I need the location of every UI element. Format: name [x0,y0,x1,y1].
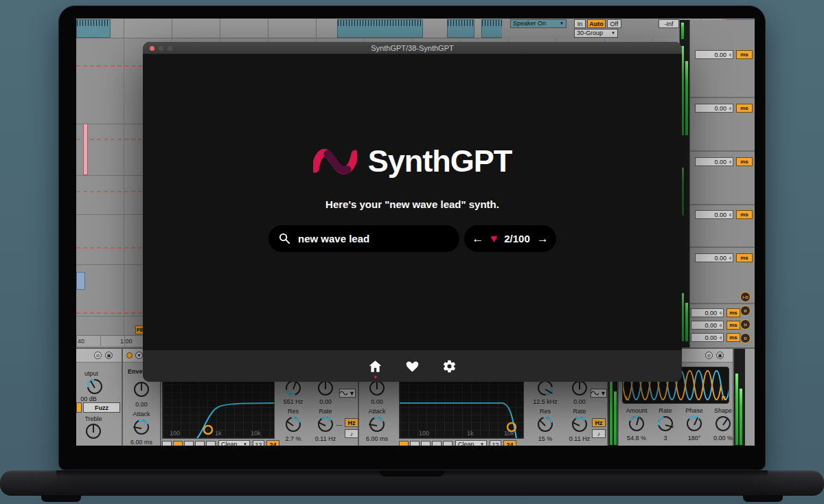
ms-unit-button[interactable]: ms [736,50,753,59]
filter-type-bandpass[interactable] [184,441,194,446]
amount-knob[interactable] [629,416,644,431]
mixer-section-button[interactable]: H [740,319,751,330]
envelope-amount-value[interactable]: 0.00 [123,401,160,408]
rate-hz-button[interactable]: Hz [592,418,606,427]
envelope-amount-knob[interactable] [134,382,149,397]
spinner-icon[interactable] [729,256,731,260]
attack-knob[interactable] [134,420,149,435]
rate-hz-button[interactable]: Hz [345,418,358,427]
ms-unit-button[interactable]: ms [736,157,753,166]
speaker-output-dropdown[interactable]: Speaker On▼ [510,19,566,28]
delay-value-field[interactable]: 0.00 [695,50,733,59]
favorite-heart-icon[interactable]: ♥ [490,233,497,244]
rate-sync-button[interactable]: ♪ [345,429,358,438]
amount-value[interactable]: 54.8 % [621,435,652,442]
io-section-button[interactable]: I-O [740,292,751,302]
ms-unit-button[interactable]: ms [736,253,753,262]
delay-value-field[interactable]: 0.00 [695,210,733,219]
circuit-dropdown[interactable]: Clean▼ [218,440,250,446]
hot-swap-icon[interactable]: ⊘ [705,352,713,359]
delay-value-field[interactable]: 0.00 [695,104,733,113]
lfo-wave-dropdown[interactable]: ▼ [339,389,356,398]
phase-knob[interactable] [687,416,702,431]
ms-unit-button[interactable]: ms [736,210,753,219]
ms-unit-button[interactable]: ms [726,333,740,342]
midi-clip[interactable] [76,19,111,38]
res-value[interactable]: 15 % [527,435,563,442]
monitor-off-button[interactable]: Off [607,19,621,28]
filter-type-highpass[interactable] [410,441,420,446]
zoom-button[interactable] [168,46,172,51]
audio-clip[interactable] [76,272,85,290]
delay-section-button[interactable]: D [740,333,751,343]
favorites-tab[interactable] [405,358,420,374]
monitor-auto-button[interactable]: Auto [587,19,606,28]
save-preset-icon[interactable]: ▣ [105,352,113,359]
spinner-icon[interactable] [729,213,731,217]
group-dropdown[interactable]: 30-Group▼ [574,29,618,38]
delay-value-field[interactable]: 0.00 [691,333,724,342]
spinner-icon[interactable] [719,311,722,315]
device-header[interactable]: ⊘ ▣ [76,349,122,363]
filter-type-highpass[interactable] [173,441,183,446]
filter-type-morph[interactable] [206,441,216,446]
window-titlebar[interactable]: SynthGPT/38-SynthGPT [143,42,682,54]
delay-value-field[interactable]: 0.00 [691,321,724,330]
attack-knob[interactable] [369,417,385,432]
rate-knob[interactable] [658,416,673,431]
previous-preset-button[interactable]: ← [472,233,483,244]
spinner-icon[interactable] [719,336,722,340]
rate-value[interactable]: 3 [652,435,679,442]
output-value[interactable]: 00 dB [76,396,104,402]
midi-clip[interactable] [337,19,423,38]
slope-24-button[interactable]: 24 [503,440,516,446]
attack-value[interactable]: 6.00 ms [360,435,394,442]
ms-unit-button[interactable]: ms [726,308,740,317]
settings-tab[interactable] [442,358,457,374]
filter-display[interactable]: 100 1k 10k [399,380,524,439]
delay-value-field[interactable]: 0.00 [691,308,724,317]
res-knob[interactable] [538,417,553,432]
env2-amount-knob[interactable] [369,380,385,396]
slope-12-button[interactable]: 12 [490,440,501,446]
ms-unit-button[interactable]: ms [726,321,740,330]
spinner-icon[interactable] [719,323,722,328]
filter-type-bandpass[interactable] [421,441,431,446]
circuit-dropdown[interactable]: Clean▼ [455,440,487,446]
returns-section-button[interactable]: R [740,306,751,316]
device-on-led[interactable] [126,352,133,358]
spinner-icon[interactable] [729,53,731,57]
fuzz-mode-button[interactable]: Fuzz [83,402,120,413]
rate-knob[interactable] [318,417,333,432]
ms-unit-button[interactable]: ms [736,104,753,113]
save-preset-icon[interactable]: ▣ [716,352,724,359]
filter-type-lowpass[interactable] [399,441,409,446]
lfo-amount-knob[interactable] [318,380,333,396]
attack-value[interactable]: 6.00 ms [123,439,160,446]
fold-device-icon[interactable]: ▼ [135,352,143,359]
filter-type-morph[interactable] [443,441,453,446]
filter-type-notch[interactable] [432,441,442,446]
filter-freq-value[interactable]: 551 Hz [275,398,311,405]
slope-12-button[interactable]: 12 [253,440,264,446]
lfo-amount-knob[interactable] [572,380,587,396]
res-value[interactable]: 2.7 % [275,435,311,442]
rate-sync-button[interactable]: ♪ [592,429,606,438]
next-preset-button[interactable]: → [537,233,549,244]
phase-value[interactable]: 180° [679,435,709,442]
filter-freq-knob[interactable] [538,380,553,396]
shape-knob[interactable] [716,416,731,431]
spinner-icon[interactable] [729,106,731,111]
delay-value-field[interactable]: 0.00 [695,157,733,166]
filter-display[interactable]: 100 1k 10k [162,380,275,439]
res-knob[interactable] [286,417,301,432]
treble-knob[interactable] [86,424,101,439]
spinner-icon[interactable] [729,160,731,164]
delay-value-field[interactable]: 0.00 [695,253,733,262]
filter-freq-knob[interactable] [286,380,301,396]
midi-clip[interactable] [447,19,474,38]
close-button[interactable] [150,46,154,51]
lfo-amount-value[interactable]: 0.00 [562,398,597,405]
rate-knob[interactable] [572,417,587,432]
automation-clip[interactable] [83,124,88,175]
